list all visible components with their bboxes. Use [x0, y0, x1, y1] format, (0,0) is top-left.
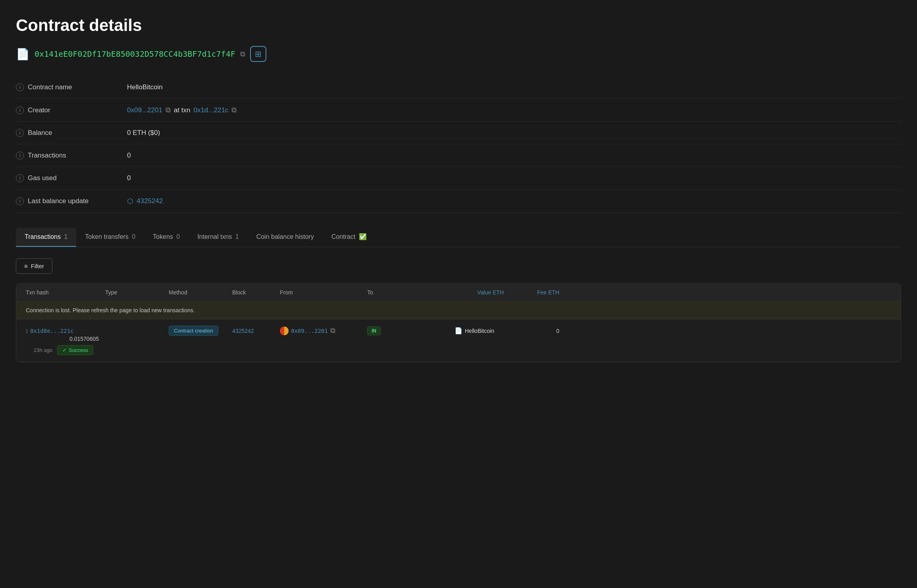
cell-from: 0x09...2201 ⧉: [277, 327, 364, 335]
from-address-link[interactable]: 0x09...2201: [291, 328, 328, 334]
cell-to: 📄 HelloBitcoin: [451, 327, 507, 334]
tab-tokens[interactable]: Tokens 0: [144, 228, 189, 247]
table-header: Txn hash Type Method Block From To Value…: [16, 284, 901, 302]
copy-address-icon[interactable]: ⧉: [240, 50, 245, 58]
block-cube-icon: ⬡: [127, 197, 133, 206]
contract-details-grid: i Contract name HelloBitcoin i Creator 0…: [16, 76, 901, 213]
label-balance: Balance: [28, 129, 52, 137]
table-row-main: ℹ 0x1d8e...221c Contract creation 432524…: [23, 326, 894, 342]
gas-used-row: i Gas used 0: [16, 167, 901, 190]
qr-code-button[interactable]: ⊞: [250, 46, 266, 62]
tab-tokens-count: 0: [176, 233, 180, 240]
page-title: Contract details: [16, 16, 901, 35]
last-balance-row: i Last balance update ⬡ 4325242: [16, 190, 901, 213]
info-icon-creator: i: [16, 106, 24, 114]
info-icon-gas: i: [16, 174, 24, 182]
filter-icon: ≡: [24, 263, 28, 269]
label-contract-name: Contract name: [28, 83, 72, 91]
tab-internal-txns-count: 1: [235, 233, 239, 240]
status-badge: ✓ Success: [57, 345, 93, 355]
filter-button[interactable]: ≡ Filter: [16, 258, 52, 274]
status-text: Success: [69, 347, 88, 353]
creator-address-link[interactable]: 0x09...2201: [127, 106, 162, 114]
copy-txn-icon[interactable]: ⧉: [231, 106, 237, 114]
filter-label: Filter: [31, 263, 44, 269]
col-to: To: [364, 289, 451, 296]
label-creator: Creator: [28, 106, 50, 114]
contract-name-value: HelloBitcoin: [127, 83, 163, 91]
col-block: Block: [229, 289, 277, 296]
cell-method: Contract creation: [166, 326, 229, 336]
col-type: Type: [102, 289, 166, 296]
success-check-icon: ✓: [62, 347, 67, 353]
tabs-row: Transactions 1 Token transfers 0 Tokens …: [16, 227, 901, 247]
cell-txn-hash: ℹ 0x1d8e...221c: [23, 328, 102, 334]
tab-internal-txns[interactable]: Internal txns 1: [189, 228, 248, 247]
to-name: HelloBitcoin: [465, 328, 494, 334]
table-row: ℹ 0x1d8e...221c Contract creation 432524…: [16, 319, 901, 362]
cell-block: 4325242: [229, 328, 277, 334]
value-amount: 0: [556, 328, 559, 334]
contract-name-row: i Contract name HelloBitcoin: [16, 76, 901, 99]
direction-badge: IN: [367, 327, 381, 335]
col-txn-hash: Txn hash: [23, 289, 102, 296]
balance-value: 0 ETH ($0): [127, 129, 160, 137]
txn-hash-link[interactable]: 0x1d8e...221c: [30, 328, 74, 334]
col-value-eth: Value ETH: [451, 289, 507, 296]
method-badge: Contract creation: [169, 326, 218, 336]
label-gas-used: Gas used: [28, 174, 57, 182]
last-balance-block-link[interactable]: 4325242: [137, 197, 163, 205]
block-link[interactable]: 4325242: [232, 328, 254, 334]
cell-value: 0: [507, 328, 563, 334]
tab-contract[interactable]: Contract ✅: [323, 227, 376, 247]
label-last-balance-update: Last balance update: [28, 197, 89, 205]
tab-coin-balance-history[interactable]: Coin balance history: [248, 228, 323, 247]
copy-from-icon[interactable]: ⧉: [330, 327, 335, 335]
tab-token-transfers-count: 0: [132, 233, 135, 240]
transactions-row: i Transactions 0: [16, 144, 901, 167]
col-fee-eth: Fee ETH: [507, 289, 563, 296]
col-method: Method: [166, 289, 229, 296]
balance-row: i Balance 0 ETH ($0): [16, 122, 901, 144]
creator-row: i Creator 0x09...2201 ⧉ at txn 0x1d...22…: [16, 99, 901, 122]
info-icon-name: i: [16, 83, 24, 91]
label-transactions: Transactions: [28, 152, 66, 159]
cell-fee: 0.01570605: [23, 336, 102, 342]
transactions-table: Txn hash Type Method Block From To Value…: [16, 283, 901, 362]
fee-amount: 0.01570605: [69, 336, 99, 342]
info-icon-balance: i: [16, 129, 24, 137]
contract-verified-icon: ✅: [359, 233, 367, 240]
table-row-sub: 23h ago ✓ Success: [23, 345, 894, 355]
col-from: From: [277, 289, 364, 296]
info-icon-transactions: i: [16, 152, 24, 159]
address-row: 📄 0x141eE0F02Df17bE850032D578CC4b3BF7d1c…: [16, 46, 901, 62]
tx-time: 23h ago: [34, 347, 52, 353]
transactions-value: 0: [127, 152, 131, 159]
gas-used-value: 0: [127, 174, 131, 182]
tab-transactions-count: 1: [64, 233, 67, 240]
connection-warning: Connection is lost. Please refresh the p…: [16, 302, 901, 319]
info-icon-last-balance: i: [16, 197, 24, 205]
contract-address: 0x141eE0F02Df17bE850032D578CC4b3BF7d1c7f…: [35, 49, 235, 59]
cell-direction: IN: [364, 327, 451, 335]
from-avatar: [280, 327, 289, 335]
at-txn-label: at txn: [174, 106, 191, 114]
row-info-icon: ℹ: [26, 328, 28, 334]
to-contract-icon: 📄: [455, 327, 462, 334]
tab-transactions[interactable]: Transactions 1: [16, 228, 76, 247]
tab-token-transfers[interactable]: Token transfers 0: [76, 228, 144, 247]
creator-txn-link[interactable]: 0x1d...221c: [193, 106, 228, 114]
contract-file-icon: 📄: [16, 48, 30, 61]
copy-creator-icon[interactable]: ⧉: [166, 106, 171, 114]
